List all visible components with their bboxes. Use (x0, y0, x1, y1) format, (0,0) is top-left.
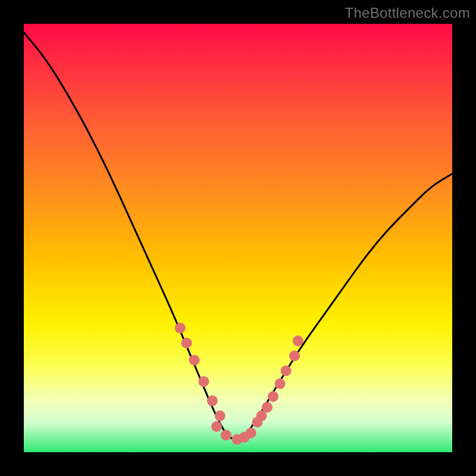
sample-point (221, 430, 231, 440)
sample-point (215, 411, 226, 421)
sample-point (198, 376, 209, 387)
sample-point (211, 421, 222, 432)
plot-area (24, 24, 452, 452)
watermark-label: TheBottleneck.com (345, 5, 470, 21)
sample-point (246, 428, 256, 439)
chart-svg (24, 24, 452, 452)
sample-point (207, 396, 218, 406)
chart-content (24, 32, 452, 444)
sample-point (293, 336, 303, 346)
sample-point (189, 355, 200, 365)
sample-point (175, 322, 186, 333)
sample-point (181, 337, 192, 348)
chart-canvas: TheBottleneck.com (0, 0, 476, 476)
sample-point (268, 391, 278, 402)
sample-point (262, 402, 273, 412)
bottleneck-curve (24, 32, 452, 439)
sample-point (275, 378, 286, 389)
sample-point (289, 350, 300, 361)
sample-point (281, 365, 292, 376)
